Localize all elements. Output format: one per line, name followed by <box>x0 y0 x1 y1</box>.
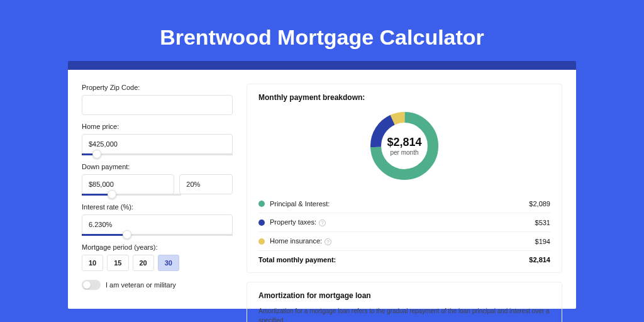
dot-icon <box>258 219 265 226</box>
line-principal: Principal & Interest: $2,089 <box>258 195 550 213</box>
dot-icon <box>258 238 265 245</box>
period-buttons: 10 15 20 30 <box>82 255 233 271</box>
breakdown-title: Monthly payment breakdown: <box>258 93 550 102</box>
total-value: $2,814 <box>529 256 550 264</box>
interest-input[interactable] <box>82 214 233 235</box>
period-20-button[interactable]: 20 <box>133 255 154 271</box>
veteran-label: I am veteran or military <box>106 281 176 289</box>
period-label: Mortgage period (years): <box>82 243 233 251</box>
period-10-button[interactable]: 10 <box>82 255 103 271</box>
line-value: $194 <box>535 238 550 245</box>
interest-slider[interactable] <box>82 234 233 236</box>
donut-amount: $2,814 <box>387 136 421 149</box>
slider-thumb[interactable] <box>123 230 131 239</box>
zip-label: Property Zip Code: <box>82 84 233 91</box>
slider-thumb[interactable] <box>92 150 101 158</box>
home-price-label: Home price: <box>82 123 233 130</box>
donut-sublabel: per month <box>390 149 418 156</box>
toggle-knob <box>83 281 91 289</box>
period-30-button[interactable]: 30 <box>158 255 179 271</box>
results-column: Monthly payment breakdown: $2,814 per mo… <box>247 84 562 309</box>
interest-label: Interest rate (%): <box>82 203 233 211</box>
line-label: Principal & Interest: <box>270 200 529 208</box>
page-title: Brentwood Mortgage Calculator <box>68 25 576 50</box>
amortization-title: Amortization for mortgage loan <box>258 291 550 300</box>
card-header-bar <box>68 61 576 70</box>
down-payment-label: Down payment: <box>82 163 233 170</box>
amortization-panel: Amortization for mortgage loan Amortizat… <box>247 282 562 322</box>
veteran-toggle[interactable] <box>82 280 101 290</box>
line-label: Home insurance:? <box>270 237 535 245</box>
line-insurance: Home insurance:? $194 <box>258 232 550 251</box>
home-price-input[interactable] <box>82 134 233 154</box>
slider-thumb[interactable] <box>108 190 116 199</box>
total-row: Total monthly payment: $2,814 <box>258 251 550 264</box>
home-price-slider[interactable] <box>82 153 233 155</box>
period-15-button[interactable]: 15 <box>107 255 128 271</box>
line-label: Property taxes:? <box>270 218 535 226</box>
total-label: Total monthly payment: <box>258 256 529 264</box>
help-icon[interactable]: ? <box>325 238 331 245</box>
amortization-text: Amortization for a mortgage loan refers … <box>258 306 550 322</box>
line-value: $531 <box>535 219 550 226</box>
calculator-card: Property Zip Code: Home price: Down paym… <box>68 70 576 309</box>
down-payment-pct-input[interactable] <box>179 174 233 194</box>
line-value: $2,089 <box>529 200 550 208</box>
breakdown-donut-chart: $2,814 per month <box>367 108 442 184</box>
form-column: Property Zip Code: Home price: Down paym… <box>82 84 233 309</box>
zip-input[interactable] <box>82 95 233 115</box>
line-taxes: Property taxes:? $531 <box>258 213 550 232</box>
dot-icon <box>258 201 265 207</box>
down-payment-slider[interactable] <box>82 194 181 196</box>
down-payment-input[interactable] <box>82 174 174 194</box>
help-icon[interactable]: ? <box>319 219 326 226</box>
breakdown-panel: Monthly payment breakdown: $2,814 per mo… <box>247 84 562 273</box>
